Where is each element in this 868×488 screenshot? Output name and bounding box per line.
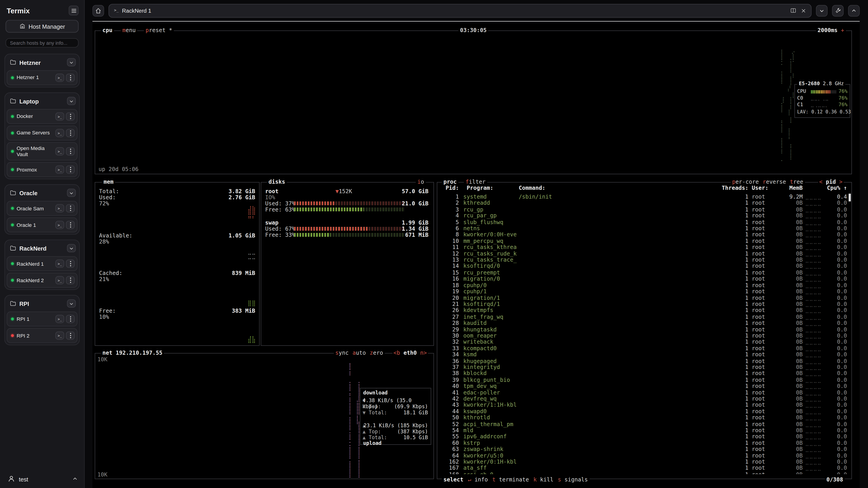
host-row-open-media-vault[interactable]: Open Media Vault >_ bbox=[6, 142, 77, 161]
connect-terminal-button[interactable]: >_ bbox=[55, 315, 64, 323]
process-row[interactable]: 28kauditd1root0B⣀⣀⣀⣀0.0 bbox=[440, 320, 847, 326]
folder-header[interactable]: RPI bbox=[6, 297, 77, 310]
process-row[interactable]: 40tpm_dev_wq1root0B⣀⣀⣀⣀0.0 bbox=[440, 383, 847, 389]
process-options[interactable]: per-core reverse tree bbox=[731, 179, 805, 185]
process-row[interactable]: 10mm_percpu_wq1root0B⣀⣀⣀⣀0.0 bbox=[440, 238, 847, 244]
collapse-panel-button[interactable] bbox=[848, 5, 860, 16]
host-row-docker[interactable]: Docker >_ bbox=[6, 109, 77, 124]
process-row[interactable]: 39blkcg_punt_bio1root0B⣀⣀⣀⣀0.0 bbox=[440, 377, 847, 383]
host-menu-button[interactable] bbox=[66, 315, 74, 323]
host-menu-button[interactable] bbox=[66, 332, 74, 340]
host-row-rpi-1[interactable]: RPI 1 >_ bbox=[6, 312, 77, 327]
network-controls[interactable]: sync auto zero bbox=[334, 350, 385, 356]
host-row-oracle-1[interactable]: Oracle 1 >_ bbox=[6, 218, 77, 232]
host-menu-button[interactable] bbox=[66, 166, 74, 174]
connect-terminal-button[interactable]: >_ bbox=[55, 276, 64, 285]
host-row-hetzner-1[interactable]: Hetzner 1 >_ bbox=[6, 70, 77, 85]
tab-racknerd-1[interactable]: >_ RackNerd 1 bbox=[108, 4, 811, 18]
process-row[interactable]: 64kworker/u5:01root0B⣀⣀⣀⣀0.0 bbox=[440, 452, 847, 459]
host-menu-button[interactable] bbox=[66, 204, 74, 213]
host-menu-button[interactable] bbox=[66, 129, 74, 137]
process-row[interactable]: 12rcu_tasks_rude_k1root0B⣀⣀⣀⣀0.0 bbox=[440, 251, 847, 257]
host-row-game-servers[interactable]: Game Servers >_ bbox=[6, 126, 77, 140]
folder-collapse-button[interactable] bbox=[67, 97, 76, 105]
folder-collapse-button[interactable] bbox=[67, 189, 76, 197]
process-row[interactable]: 44kswapd01root0B⣀⣀⣀⣀0.0 bbox=[440, 408, 847, 415]
process-row[interactable]: 21ksoftirqd/11root0B⣀⣀⣀⣀0.0 bbox=[440, 301, 847, 307]
connect-terminal-button[interactable]: >_ bbox=[55, 129, 64, 137]
folder-collapse-button[interactable] bbox=[67, 244, 76, 253]
host-menu-button[interactable] bbox=[66, 147, 74, 156]
host-row-rpi-2[interactable]: RPI 2 >_ bbox=[6, 328, 77, 343]
sidebar-menu-button[interactable] bbox=[69, 5, 79, 15]
process-row[interactable]: 30oom_reaper1root0B⣀⣀⣀⣀0.0 bbox=[440, 332, 847, 339]
process-row[interactable]: 162kworker/0:1H-kbl1root0B⣀⣀⣀⣀0.0 bbox=[440, 459, 847, 465]
close-tab-button[interactable] bbox=[801, 8, 806, 13]
process-row[interactable]: 42devfreq_wq1root0B⣀⣀⣀⣀0.0 bbox=[440, 396, 847, 402]
process-scrollbar[interactable] bbox=[848, 194, 851, 201]
process-row[interactable]: 52acpi_thermal_pm1root0B⣀⣀⣀⣀0.0 bbox=[440, 421, 847, 427]
user-menu[interactable]: test bbox=[4, 471, 80, 484]
process-row[interactable]: 168scsi_eh_01root0B⣀⣀⣀⣀0.0 bbox=[440, 471, 847, 474]
connect-terminal-button[interactable]: >_ bbox=[55, 166, 64, 174]
process-row[interactable]: 54mld1root0B⣀⣀⣀⣀0.0 bbox=[440, 427, 847, 433]
process-row[interactable]: 5slub_flushwq1root0B⣀⣀⣀⣀0.0 bbox=[440, 219, 847, 225]
process-row[interactable]: 38kblockd1root0B⣀⣀⣀⣀0.0 bbox=[440, 370, 847, 377]
process-row[interactable]: 43kworker/1:1H-kbl1root0B⣀⣀⣀⣀0.0 bbox=[440, 402, 847, 408]
folder-header[interactable]: Laptop bbox=[6, 95, 77, 107]
process-row[interactable]: 2kthreadd1root0B⣀⣀⣀⣀0.0 bbox=[440, 200, 847, 206]
process-row[interactable]: 3rcu_gp1root0B⣀⣀⣀⣀0.0 bbox=[440, 206, 847, 213]
process-row[interactable]: 55ipv6_addrconf1root0B⣀⣀⣀⣀0.0 bbox=[440, 433, 847, 440]
connect-terminal-button[interactable]: >_ bbox=[55, 260, 64, 268]
tools-button[interactable] bbox=[832, 5, 844, 16]
process-row[interactable]: 18cpuhp/01root0B⣀⣀⣀⣀0.0 bbox=[440, 282, 847, 288]
host-row-racknerd-1[interactable]: RackNerd 1 >_ bbox=[6, 256, 77, 271]
process-footer[interactable]: select ↵ info t terminate k kill s signa… bbox=[442, 476, 590, 483]
folder-header[interactable]: Hetzner bbox=[6, 56, 77, 68]
interface-selector[interactable]: <b eth0 n> bbox=[393, 350, 428, 356]
process-row[interactable]: 167ata_sff1root0B⣀⣀⣀⣀0.0 bbox=[440, 465, 847, 471]
host-menu-button[interactable] bbox=[66, 112, 74, 121]
folder-header[interactable]: RackNerd bbox=[6, 242, 77, 255]
process-row[interactable]: 15rcu_preempt1root0B⣀⣀⣀⣀0.0 bbox=[440, 269, 847, 275]
connect-terminal-button[interactable]: >_ bbox=[55, 221, 64, 229]
process-row[interactable]: 29khungtaskd1root0B⣀⣀⣀⣀0.0 bbox=[440, 326, 847, 332]
host-row-racknerd-2[interactable]: RackNerd 2 >_ bbox=[6, 273, 77, 288]
menu-button[interactable]: menu bbox=[121, 27, 137, 33]
process-row[interactable]: 37kintegrityd1root0B⣀⣀⣀⣀0.0 bbox=[440, 364, 847, 370]
folder-collapse-button[interactable] bbox=[67, 300, 76, 308]
search-input[interactable] bbox=[5, 38, 79, 48]
host-menu-button[interactable] bbox=[66, 221, 74, 229]
split-view-button[interactable] bbox=[790, 8, 796, 13]
process-row[interactable]: 11rcu_tasks_kthrea1root0B⣀⣀⣀⣀0.0 bbox=[440, 244, 847, 251]
process-row[interactable]: 33kcompactd01root0B⣀⣀⣀⣀0.0 bbox=[440, 345, 847, 352]
process-row[interactable]: 4rcu_par_gp1root0B⣀⣀⣀⣀0.0 bbox=[440, 213, 847, 219]
process-row[interactable]: 36khugepaged1root0B⣀⣀⣀⣀0.0 bbox=[440, 358, 847, 364]
process-row[interactable]: 34ksmd1root0B⣀⣀⣀⣀0.0 bbox=[440, 351, 847, 358]
tab-list-button[interactable] bbox=[816, 5, 828, 16]
filter-button[interactable]: filter bbox=[464, 179, 487, 185]
process-row[interactable]: 13rcu_tasks_trace_1root0B⣀⣀⣀⣀0.0 bbox=[440, 257, 847, 263]
connect-terminal-button[interactable]: >_ bbox=[55, 74, 64, 82]
folder-header[interactable]: Oracle bbox=[6, 187, 77, 199]
io-mode-toggle[interactable]: io bbox=[416, 179, 426, 185]
process-row[interactable]: 16migration/01root0B⣀⣀⣀⣀0.0 bbox=[440, 275, 847, 282]
process-row[interactable]: 1systemd/sbin/init1root9.2M⣀⣀⣀⣀0.4 bbox=[440, 194, 847, 200]
connect-terminal-button[interactable]: >_ bbox=[55, 332, 64, 340]
host-menu-button[interactable] bbox=[66, 276, 74, 285]
process-row[interactable]: 32writeback1root0B⣀⣀⣀⣀0.0 bbox=[440, 339, 847, 345]
host-row-oracle-sam[interactable]: Oracle Sam >_ bbox=[6, 201, 77, 216]
host-menu-button[interactable] bbox=[66, 260, 74, 268]
preset-button[interactable]: preset * bbox=[144, 27, 174, 33]
terminal[interactable]: cpu menu preset * 03:30:05 2000ms + ⡆ ⡠ … bbox=[92, 23, 860, 488]
host-menu-button[interactable] bbox=[66, 74, 74, 82]
host-row-proxmox[interactable]: Proxmox >_ bbox=[6, 162, 77, 177]
process-row[interactable]: 8kworker/0:0H-eve1root0B⣀⣀⣀⣀0.0 bbox=[440, 232, 847, 238]
folder-collapse-button[interactable] bbox=[67, 58, 76, 66]
pid-sort-selector[interactable]: < pid > bbox=[818, 179, 844, 185]
home-button[interactable] bbox=[92, 5, 104, 16]
process-row[interactable]: 20migration/11root0B⣀⣀⣀⣀0.0 bbox=[440, 295, 847, 301]
update-interval[interactable]: 2000ms + bbox=[816, 27, 846, 33]
connect-terminal-button[interactable]: >_ bbox=[55, 112, 64, 121]
process-row[interactable]: 27inet_frag_wq1root0B⣀⣀⣀⣀0.0 bbox=[440, 314, 847, 320]
